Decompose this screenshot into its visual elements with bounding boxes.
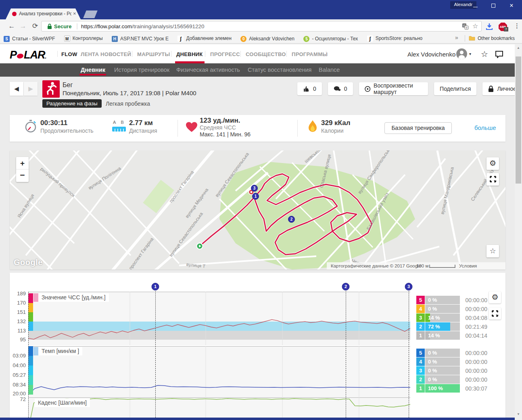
pace-zone2-time: 00:00:00 <box>464 376 487 383</box>
minimize-button[interactable] <box>466 0 484 11</box>
flame-icon <box>307 119 318 136</box>
refresh-button[interactable]: ⟳ <box>31 22 40 31</box>
pace-zone4-pct: 0 % <box>428 357 437 366</box>
map-scale-label: 100 м <box>416 263 428 268</box>
nav-progress[interactable]: ПРОГРЕСС <box>210 51 240 57</box>
scrollbar-thumb[interactable] <box>516 56 521 184</box>
map-settings-button[interactable]: ⚙ <box>487 157 499 170</box>
zoom-in-button[interactable]: + <box>16 157 29 169</box>
map-street-label: шевського <box>303 150 324 164</box>
map-street-label: вулиця Полігонна <box>88 166 122 190</box>
training-benefit-button[interactable]: Базовая тренировка <box>384 122 452 134</box>
chart-fullscreen-button[interactable] <box>489 307 501 320</box>
pace-strip-z3 <box>28 366 33 375</box>
map-favorite-star-button[interactable]: ☆ <box>487 245 499 257</box>
zoom-out-button[interactable]: − <box>16 169 29 182</box>
other-bookmarks-label[interactable]: Other bookmarks <box>478 36 515 41</box>
map-fullscreen-button[interactable] <box>487 173 499 186</box>
prev-session-button[interactable]: ◀ <box>10 82 23 96</box>
hr-zone5-bar: 0 % <box>425 296 460 304</box>
nav-news-feed[interactable]: ЛЕНТА НОВОСТЕЙ <box>81 51 131 57</box>
pace-zone-row-5: 5 0 % 00:00:00 <box>416 349 487 357</box>
lap-marker-2[interactable]: 2 <box>342 283 350 290</box>
hr-tick: 189 <box>8 290 26 297</box>
subnav-recovery-status[interactable]: Статус восстановления <box>248 67 311 73</box>
bookmarks-overflow-chevron[interactable]: » <box>455 34 458 41</box>
pace-zone4-number: 4 <box>416 357 425 366</box>
scrollbar-down-icon[interactable]: ▼ <box>517 412 520 416</box>
bookmark-item[interactable]: ʃSportsStore: реально <box>363 33 426 44</box>
chart-settings-button[interactable]: ⚙ <box>489 291 501 303</box>
feedback-icon[interactable] <box>495 50 503 60</box>
user-menu[interactable]: Alex Vdovichenko <box>407 51 455 58</box>
subnav-balance[interactable]: Balance <box>319 67 340 73</box>
bookmark-item[interactable]: HASP.NET MVC Урок Е <box>108 33 172 44</box>
avatar[interactable] <box>456 48 467 59</box>
google-logo: Google <box>14 258 43 267</box>
lap-marker-1[interactable]: 1 <box>152 283 159 290</box>
bookmark-item[interactable]: 0Aleksandr Vdovichen <box>237 33 298 44</box>
subnav-training-history[interactable]: История тренировок <box>114 67 169 73</box>
comment-button[interactable]: 0 <box>328 82 353 95</box>
other-bookmarks-folder[interactable] <box>469 35 475 42</box>
nav-programs[interactable]: ПРОГРАММЫ <box>292 51 328 57</box>
like-button[interactable]: 0 <box>297 82 322 95</box>
map-attribution: Картографические данные © 2017 Google <box>331 263 421 268</box>
forward-button[interactable]: → <box>19 22 27 31</box>
bookmark-favicon: ʃ <box>177 36 184 42</box>
phase-split-badge[interactable]: Разделение на фазы <box>42 99 102 108</box>
route-map[interactable]: рилуцький провулоквулиця ПолігоннаЯсна в… <box>10 150 505 270</box>
map-terms-link[interactable]: Условия использования <box>459 263 505 270</box>
bookmark-item[interactable]: 5- Осцилляторы - Тех <box>300 33 361 44</box>
share-button[interactable]: Поделиться <box>434 82 476 95</box>
pace-zone2-pct: 0 % <box>428 375 437 384</box>
map-marker-2[interactable]: 2 <box>288 216 295 223</box>
pace-chart[interactable] <box>28 346 410 397</box>
translate-icon[interactable]: Gя <box>462 23 469 31</box>
next-session-button[interactable]: ▶ <box>24 82 38 96</box>
bookmark-favicon: ʃ <box>367 36 373 42</box>
download-icon[interactable] <box>485 22 494 33</box>
bookmark-star-icon[interactable]: ☆ <box>472 22 478 30</box>
more-link[interactable]: больше <box>474 124 496 131</box>
maximize-button[interactable] <box>484 0 502 11</box>
replay-route-button[interactable]: Воспроизвести маршрут <box>359 82 428 95</box>
map-street-label: вулиця Севастопольська <box>214 152 250 198</box>
stats-divider <box>297 120 298 137</box>
address-bar[interactable]: Secure | https://flow.polar.com/training… <box>41 21 482 31</box>
favorites-star-icon[interactable]: ☆ <box>481 49 488 59</box>
polar-logo[interactable]: PLAR. <box>10 49 46 61</box>
subnav-diary[interactable]: Дневник <box>81 67 105 73</box>
bookmark-item[interactable]: SСтатьи - SilverWPF <box>0 33 58 44</box>
page-scrollbar[interactable]: ▲ ▼ <box>515 44 522 420</box>
map-zoom-control[interactable]: + − <box>16 157 29 182</box>
subnav-physical-activity[interactable]: Физическая активность <box>176 67 240 73</box>
back-button[interactable]: ← <box>7 22 16 31</box>
bookmark-item[interactable]: MКонтроллеры <box>61 33 106 44</box>
nav-routes[interactable]: МАРШРУТЫ <box>137 51 170 57</box>
close-button[interactable]: × <box>503 0 520 11</box>
lap-marker-3[interactable]: 3 <box>405 283 413 290</box>
pace-zone3-pct: 0 % <box>428 366 437 375</box>
pace-zone5-time: 00:00:00 <box>464 350 487 356</box>
adblock-icon[interactable]: ABP 7 <box>498 22 508 33</box>
running-sport-icon <box>42 80 60 98</box>
training-note: Легкая пробежка <box>106 100 150 107</box>
bookmark-item[interactable]: ʃДобавление элемен <box>174 33 235 44</box>
hr-zone5-pct: 0 % <box>428 296 437 304</box>
nav-community[interactable]: СООБЩЕСТВО <box>246 51 286 57</box>
nav-diary[interactable]: ДНЕВНИК <box>176 51 203 57</box>
comment-icon <box>334 86 341 92</box>
play-icon <box>365 85 370 93</box>
map-street-labels: рилуцький провулоквулиця ПолігоннаЯсна в… <box>10 150 505 270</box>
tab-close-icon[interactable]: × <box>73 10 76 17</box>
map-marker-3[interactable]: 3 <box>251 185 258 192</box>
pace-strip-z2 <box>28 375 33 385</box>
pace-tick: 03:09 <box>8 353 26 359</box>
nav-flow[interactable]: FLOW <box>61 51 77 57</box>
stats-divider <box>177 120 178 137</box>
chrome-menu-icon[interactable]: ⋮ <box>514 22 520 29</box>
scrollbar-up-icon[interactable]: ▲ <box>517 46 520 50</box>
map-marker-1[interactable]: 1 <box>252 193 259 200</box>
user-caret-icon[interactable]: ▾ <box>469 52 471 56</box>
